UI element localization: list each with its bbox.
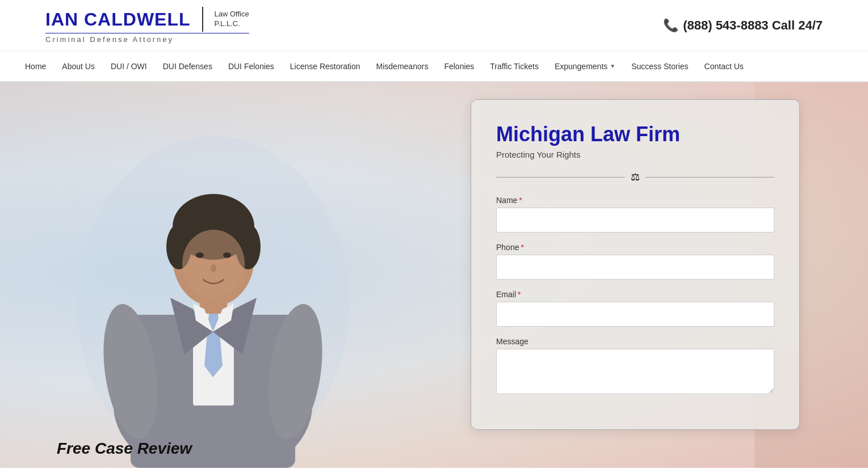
- nav-item-dui-owi[interactable]: DUI / OWI: [103, 51, 155, 81]
- phone-text: (888) 543-8883 Call 24/7: [683, 18, 823, 33]
- name-label: Name*: [496, 196, 774, 205]
- chevron-down-icon: ▼: [610, 63, 615, 69]
- nav-item-dui-defenses[interactable]: DUI Defenses: [155, 51, 220, 81]
- logo-main: IAN CALDWELL Law Office P.L.L.C.: [45, 7, 249, 32]
- phone-field: Phone*: [496, 243, 774, 280]
- name-field: Name*: [496, 196, 774, 233]
- site-header: IAN CALDWELL Law Office P.L.L.C. Crimina…: [0, 0, 868, 51]
- logo-name[interactable]: IAN CALDWELL: [45, 9, 191, 30]
- nav-item-license[interactable]: License Restoration: [282, 51, 368, 81]
- svg-point-13: [196, 252, 204, 258]
- email-field: Email*: [496, 290, 774, 327]
- logo-divider: [202, 7, 203, 32]
- message-input[interactable]: [496, 349, 774, 394]
- logo-subtitle: Criminal Defense Attorney: [45, 33, 249, 44]
- email-input[interactable]: [496, 302, 774, 327]
- nav-item-expungements[interactable]: Expungements ▼: [547, 51, 623, 81]
- nav-item-misdemeanors[interactable]: Misdemeanors: [368, 51, 437, 81]
- logo-office-line1: Law Office: [215, 10, 249, 19]
- form-subtitle: Protecting Your Rights: [496, 150, 774, 159]
- phone-label: Phone*: [496, 243, 774, 252]
- email-label: Email*: [496, 290, 774, 299]
- svg-point-14: [223, 252, 231, 258]
- nav-item-about[interactable]: About Us: [54, 51, 103, 81]
- phone-input[interactable]: [496, 255, 774, 280]
- logo-office-line2: P.L.L.C.: [215, 19, 249, 29]
- message-label: Message: [496, 337, 774, 346]
- nav-item-contact[interactable]: Contact Us: [697, 51, 752, 81]
- email-required: *: [518, 290, 521, 299]
- nav-item-felonies[interactable]: Felonies: [436, 51, 482, 81]
- logo-area: IAN CALDWELL Law Office P.L.L.C. Crimina…: [45, 7, 249, 44]
- svg-point-15: [211, 264, 216, 272]
- attorney-figure: [74, 133, 352, 468]
- attorney-photo: [45, 116, 380, 468]
- message-field: Message: [496, 337, 774, 396]
- free-case-review-text: Free Case Review: [57, 440, 192, 458]
- name-required: *: [519, 196, 522, 205]
- main-nav: Home About Us DUI / OWI DUI Defenses DUI…: [0, 51, 868, 82]
- hero-section: Free Case Review Michigan Law Firm Prote…: [0, 82, 868, 468]
- divider-line-right: [645, 177, 774, 178]
- scales-icon: ⚖: [631, 171, 640, 183]
- contact-form-card: Michigan Law Firm Protecting Your Rights…: [471, 99, 800, 430]
- divider-line-left: [496, 177, 625, 178]
- phone-icon: 📞: [663, 18, 678, 33]
- phone-area[interactable]: 📞 (888) 543-8883 Call 24/7: [663, 18, 823, 33]
- form-title: Michigan Law Firm: [496, 123, 774, 146]
- name-input[interactable]: [496, 208, 774, 233]
- nav-item-dui-felonies[interactable]: DUI Felonies: [220, 51, 282, 81]
- nav-item-success[interactable]: Success Stories: [623, 51, 696, 81]
- nav-item-home[interactable]: Home: [17, 51, 54, 81]
- phone-required: *: [521, 243, 523, 252]
- svg-point-12: [182, 230, 245, 298]
- nav-item-traffic[interactable]: Traffic Tickets: [482, 51, 547, 81]
- form-divider: ⚖: [496, 171, 774, 183]
- logo-office: Law Office P.L.L.C.: [215, 10, 249, 29]
